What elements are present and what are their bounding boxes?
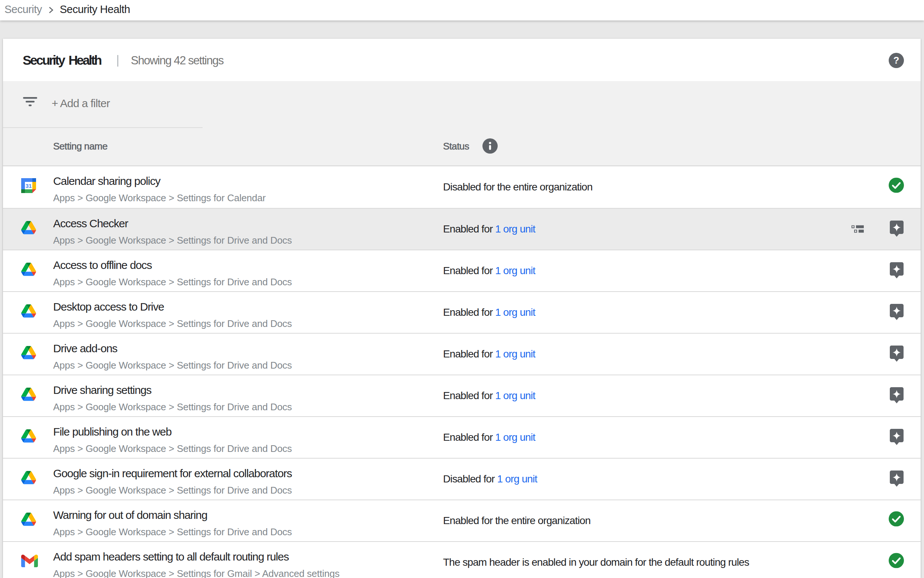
svg-text:31: 31 xyxy=(26,183,32,189)
svg-text:?: ? xyxy=(893,55,900,66)
